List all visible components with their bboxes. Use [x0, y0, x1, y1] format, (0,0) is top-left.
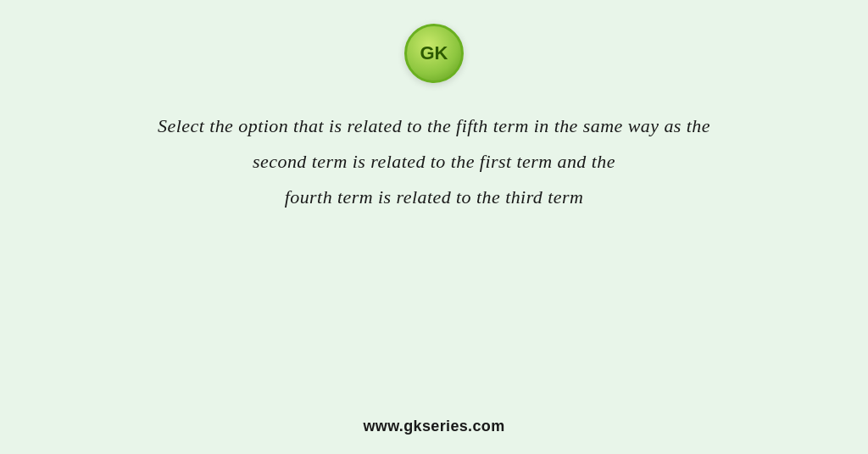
logo: GK: [404, 24, 464, 83]
question-line1: Select the option that is related to the…: [158, 115, 710, 136]
question-line3: fourth term is related to the third term: [285, 186, 584, 208]
question-line2: second term is related to the first term…: [253, 151, 615, 172]
website-url: www.gkseries.com: [363, 418, 504, 435]
logo-text: GK: [420, 42, 448, 64]
question-container: Select the option that is related to the…: [53, 108, 815, 214]
website-footer: www.gkseries.com: [0, 418, 868, 435]
question-text: Select the option that is related to the…: [53, 108, 815, 214]
